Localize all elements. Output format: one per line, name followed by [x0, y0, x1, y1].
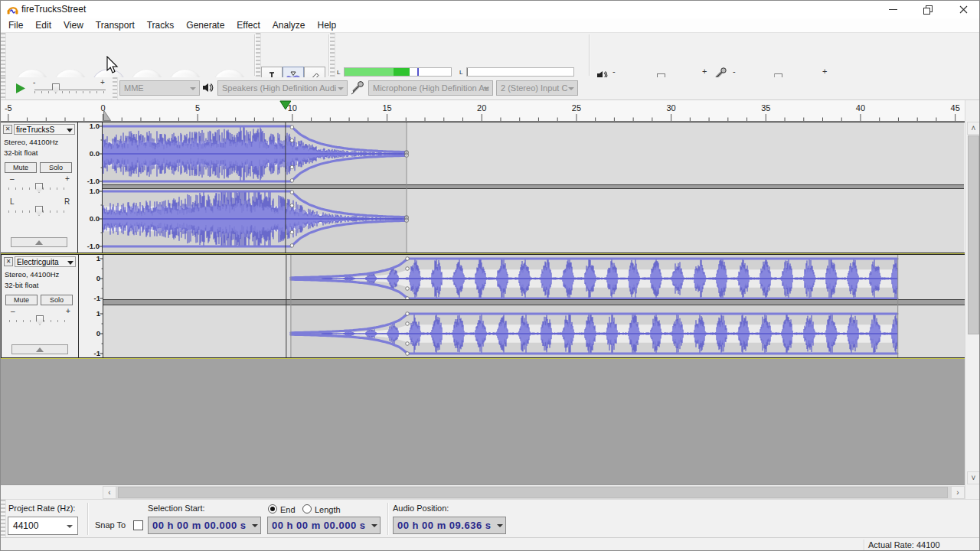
- snap-to-label: Snap To: [95, 520, 126, 530]
- menu-edit[interactable]: Edit: [29, 18, 57, 32]
- selection-end-value: 00 h 00 m 00.000 s: [272, 520, 365, 531]
- track1-title-menu[interactable]: fireTrucksS: [14, 124, 75, 135]
- track2-bitdepth: 32-bit float: [5, 281, 38, 289]
- audacity-logo-icon: [6, 3, 19, 16]
- horizontal-scrollbar-track[interactable]: [116, 486, 951, 499]
- track1-collapse-button[interactable]: [11, 237, 67, 247]
- scroll-down-arrow[interactable]: ˅: [967, 471, 980, 484]
- track2-waveform[interactable]: [103, 255, 965, 357]
- track1-waveform[interactable]: [103, 122, 964, 253]
- track2-gain-slider[interactable]: [36, 315, 44, 325]
- close-icon: [959, 5, 968, 14]
- audio-position-label: Audio Position:: [393, 504, 449, 513]
- menu-effect[interactable]: Effect: [230, 18, 266, 32]
- track2-solo-button[interactable]: Solo: [41, 295, 73, 305]
- track2-close-button[interactable]: ✕: [4, 257, 13, 266]
- selection-toolbar-separator: [87, 503, 89, 535]
- selection-toolbar: Project Rate (Hz): 44100 Snap To Selecti…: [1, 499, 980, 537]
- ruler-label: 10: [288, 103, 297, 112]
- envelope-control-point: [406, 257, 410, 261]
- collapse-up-icon: [36, 347, 44, 352]
- ruler-label: 25: [572, 103, 581, 112]
- menu-transport[interactable]: Transport: [90, 18, 141, 32]
- audio-position-field[interactable]: 00 h 00 m 09.636 s: [393, 517, 506, 534]
- speed-slider-track[interactable]: [34, 90, 106, 90]
- minimize-button[interactable]: [875, 1, 910, 18]
- menu-file[interactable]: File: [2, 18, 29, 32]
- selection-start-field[interactable]: 00 h 00 m 00.000 s: [148, 517, 261, 534]
- length-radio[interactable]: [302, 504, 312, 514]
- project-rate-combo[interactable]: 44100: [8, 517, 78, 535]
- track2-mute-button[interactable]: Mute: [5, 295, 38, 305]
- track1-control-panel: ✕ fireTrucksS Stereo, 44100Hz 32-bit flo…: [1, 122, 78, 253]
- transcription-toolbar-grabber[interactable]: [1, 77, 6, 99]
- vruler-label: 0.0: [90, 149, 100, 158]
- speed-slider-ticks: [34, 91, 106, 93]
- recording-device-dropdown[interactable]: Microphone (High Definition Au: [368, 80, 493, 96]
- selection-toolbar-grabber[interactable]: [1, 500, 6, 537]
- track-row-firetrucks: ✕ fireTrucksS Stereo, 44100Hz 32-bit flo…: [1, 122, 965, 254]
- actual-rate-status: Actual Rate: 44100: [868, 540, 940, 549]
- track1-pan-slider[interactable]: [35, 206, 43, 216]
- ruler-label: 45: [951, 103, 960, 112]
- end-radio-label: End: [280, 505, 296, 514]
- recording-meter-left-bar[interactable]: [466, 67, 574, 77]
- track1-solo-button[interactable]: Solo: [40, 162, 72, 173]
- track2-control-panel: ✕ Electricguita Stereo, 44100Hz 32-bit f…: [2, 255, 79, 357]
- track2-collapse-button[interactable]: [11, 344, 68, 354]
- recording-device-mic-icon: [350, 80, 365, 96]
- envelope-control-point: [290, 244, 294, 248]
- horizontal-scrollbar-thumb[interactable]: [118, 487, 948, 498]
- ruler-label: 40: [856, 103, 865, 112]
- scroll-up-arrow[interactable]: ˄: [967, 122, 980, 135]
- track1-format: Stereo, 44100Hz: [4, 138, 58, 146]
- playback-meter-left-bar[interactable]: [344, 67, 452, 77]
- play-at-speed-button[interactable]: [15, 83, 26, 94]
- speed-slider-plus: +: [100, 78, 105, 86]
- vertical-scrollbar-thumb[interactable]: [968, 135, 979, 334]
- transport-toolbar-grabber[interactable]: [1, 33, 6, 77]
- status-bar: Actual Rate: 44100: [1, 537, 980, 551]
- length-radio-label: Length: [315, 505, 341, 514]
- collapse-up-icon: [35, 240, 43, 245]
- end-radio[interactable]: [268, 504, 277, 514]
- playback-device-dropdown[interactable]: Speakers (High Definition Audi: [217, 80, 348, 96]
- track2-title-menu[interactable]: Electricguita: [15, 256, 76, 267]
- meter-toolbar-grabber[interactable]: [330, 33, 335, 77]
- track1-close-button[interactable]: ✕: [3, 125, 12, 134]
- close-button[interactable]: [946, 1, 980, 18]
- envelope-control-point: [406, 342, 410, 346]
- scroll-left-arrow[interactable]: ‹: [103, 486, 116, 499]
- menu-view[interactable]: View: [57, 18, 90, 32]
- playback-device-speaker-icon: [202, 82, 214, 93]
- chevron-down-icon: [483, 87, 489, 90]
- track-row-electricguitar: ✕ Electricguita Stereo, 44100Hz 32-bit f…: [1, 254, 966, 358]
- menu-analyze[interactable]: Analyze: [266, 18, 312, 32]
- envelope-control-point: [290, 191, 294, 194]
- envelope-control-point: [406, 267, 410, 271]
- ruler-label: 5: [195, 103, 200, 112]
- device-toolbar-grabber[interactable]: [113, 77, 118, 99]
- vruler-label: -1: [94, 349, 101, 357]
- menu-generate[interactable]: Generate: [180, 18, 230, 32]
- scroll-right-arrow[interactable]: ›: [951, 486, 965, 499]
- timeline-ruler[interactable]: -5051015202530354045: [1, 100, 980, 122]
- tools-toolbar-grabber[interactable]: [256, 33, 261, 77]
- track1-vertical-ruler[interactable]: 1.00.0-1.01.00.0-1.0: [78, 122, 103, 253]
- vruler-label: 0.0: [90, 214, 100, 223]
- snap-to-checkbox[interactable]: [133, 520, 143, 530]
- recording-channels-dropdown[interactable]: 2 (Stereo) Input C: [496, 80, 578, 96]
- selection-end-field[interactable]: 00 h 00 m 00.000 s: [267, 517, 381, 534]
- audio-host-dropdown[interactable]: MME: [119, 80, 200, 96]
- audacity-window: fireTrucksStreet FileEditViewTransportTr…: [0, 0, 980, 551]
- status-separator: [864, 540, 865, 551]
- restore-button[interactable]: [910, 1, 946, 18]
- vertical-scrollbar[interactable]: ˄ ˅: [965, 100, 980, 499]
- audio-position-value: 00 h 00 m 09.636 s: [397, 520, 491, 531]
- track1-gain-slider[interactable]: [35, 183, 43, 193]
- menu-help[interactable]: Help: [312, 18, 343, 32]
- track1-mute-button[interactable]: Mute: [5, 162, 37, 173]
- vruler-label: 0: [96, 329, 100, 337]
- menu-tracks[interactable]: Tracks: [141, 18, 181, 32]
- track2-vertical-ruler[interactable]: 10-110-1: [79, 255, 103, 357]
